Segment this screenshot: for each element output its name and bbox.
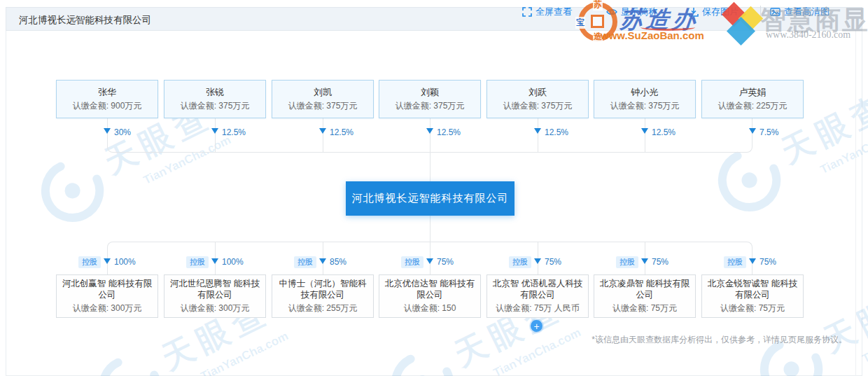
subsidiary-node[interactable]: 北京金锐智诚智 能科技有限公司 认缴金额: 75万元 bbox=[701, 274, 804, 318]
arrow-down-icon bbox=[426, 128, 433, 134]
ownership-percent: 7.5% bbox=[760, 127, 778, 137]
ownership-percent: 75% bbox=[760, 257, 776, 267]
connector-line bbox=[430, 118, 430, 153]
ownership-percent: 12.5% bbox=[437, 127, 461, 137]
scrollbar-track[interactable] bbox=[855, 31, 856, 376]
save-image-button[interactable]: 保存图片 bbox=[689, 6, 738, 18]
ownership-percent: 12.5% bbox=[545, 127, 568, 137]
ownership-percent: 75% bbox=[545, 257, 561, 267]
connector-line bbox=[430, 153, 430, 181]
eye-icon bbox=[606, 7, 617, 17]
arrow-down-icon bbox=[104, 258, 111, 264]
toolbar-separator bbox=[760, 6, 761, 18]
connector-line bbox=[645, 118, 645, 153]
connector-line bbox=[538, 118, 538, 153]
ownership-percent: 100% bbox=[114, 257, 136, 267]
arrow-down-icon bbox=[319, 258, 326, 264]
ownership-percent: 30% bbox=[114, 127, 131, 137]
fullscreen-icon bbox=[522, 7, 532, 17]
show-abbr-label: 显示简称 bbox=[621, 6, 657, 18]
holding-badge: 控股 bbox=[186, 256, 209, 268]
holding-badge: 控股 bbox=[401, 256, 424, 268]
company-title: 河北博视长远智能科技有限公司 bbox=[19, 14, 151, 27]
shareholder-node[interactable]: 卢英娟 认缴金额: 225万元 bbox=[701, 80, 804, 118]
subsidiary-node[interactable]: 北京优信达智 能科技有限公司 认缴金额: 150 bbox=[379, 274, 481, 318]
download-icon bbox=[689, 7, 699, 17]
arrow-down-icon bbox=[211, 258, 218, 264]
shareholder-node[interactable]: 刘凯 认缴金额: 375万元 bbox=[272, 80, 374, 118]
center-company-name: 河北博视长远智能科技有限公司 bbox=[352, 192, 509, 205]
ownership-percent: 100% bbox=[222, 257, 244, 267]
fullscreen-button[interactable]: 全屏查看 bbox=[522, 6, 572, 18]
connector-line bbox=[323, 118, 323, 153]
fullscreen-label: 全屏查看 bbox=[536, 6, 572, 18]
show-abbr-button[interactable]: 显示简称 bbox=[606, 6, 657, 18]
shareholder-node[interactable]: 张锐 认缴金额: 375万元 bbox=[164, 80, 266, 118]
view-hd-label: 查看高清图 bbox=[784, 6, 830, 18]
arrow-down-icon bbox=[104, 128, 111, 134]
ownership-percent: 75% bbox=[437, 257, 454, 267]
arrow-down-icon bbox=[534, 258, 541, 264]
expand-node-button[interactable]: + bbox=[531, 320, 542, 332]
arrow-down-icon bbox=[319, 128, 326, 134]
holding-badge: 控股 bbox=[509, 256, 531, 268]
holding-badge: 控股 bbox=[294, 256, 316, 268]
holding-badge: 控股 bbox=[616, 256, 638, 268]
arrow-down-icon bbox=[749, 128, 756, 134]
holding-badge: 控股 bbox=[78, 256, 101, 268]
ownership-percent: 75% bbox=[652, 257, 668, 267]
arrow-down-icon bbox=[426, 258, 433, 264]
shareholder-node[interactable]: 钟小光 认缴金额: 375万元 bbox=[594, 80, 696, 118]
disclaimer-text: *该信息由天眼查数据库分析得出，仅供参考，详情见页尾服务协议。 bbox=[592, 334, 847, 346]
holding-badge: 控股 bbox=[724, 256, 746, 268]
subsidiary-node[interactable]: 河北世纪恩腾智 能科技有限公司 认缴金额: 300万元 bbox=[164, 274, 266, 318]
connector-line bbox=[430, 216, 430, 242]
equity-structure-page: 天眼查TianYanCha.com 天眼查TianYanCha.com 天眼查T… bbox=[0, 0, 868, 376]
shareholder-node[interactable]: 刘颖 认缴金额: 375万元 bbox=[379, 80, 481, 118]
arrow-down-icon bbox=[534, 128, 541, 134]
ownership-percent: 12.5% bbox=[652, 127, 676, 137]
save-image-label: 保存图片 bbox=[702, 6, 738, 18]
connector-line bbox=[215, 118, 216, 153]
ownership-percent: 12.5% bbox=[222, 127, 246, 137]
arrow-down-icon bbox=[641, 258, 648, 264]
arrow-down-icon bbox=[641, 128, 648, 134]
view-hd-button[interactable]: 查看高清图 bbox=[770, 6, 830, 18]
ownership-percent: 12.5% bbox=[330, 127, 354, 137]
arrow-down-icon bbox=[211, 128, 218, 134]
image-icon bbox=[770, 7, 780, 17]
subsidiary-node[interactable]: 北京凌鼎智 能科技有限公司 认缴金额: 75万元 bbox=[594, 274, 696, 318]
shareholder-node[interactable]: 张华 认缴金额: 900万元 bbox=[56, 80, 158, 118]
center-company-node[interactable]: 河北博视长远智能科技有限公司 bbox=[346, 181, 514, 216]
subsidiary-node[interactable]: 河北创赢智 能科技有限公司 认缴金额: 300万元 bbox=[56, 274, 158, 318]
arrow-down-icon bbox=[749, 258, 756, 264]
subsidiary-node[interactable]: 北京智 优语机器人科技有限公司 认缴金额: 75万 人民币 bbox=[486, 274, 589, 318]
ownership-percent: 85% bbox=[330, 257, 346, 267]
subsidiary-node[interactable]: 中博士（河北）智能科技有限公司 认缴金额: 255万元 bbox=[272, 274, 374, 318]
shareholder-node[interactable]: 刘跃 认缴金额: 375万元 bbox=[486, 80, 589, 118]
